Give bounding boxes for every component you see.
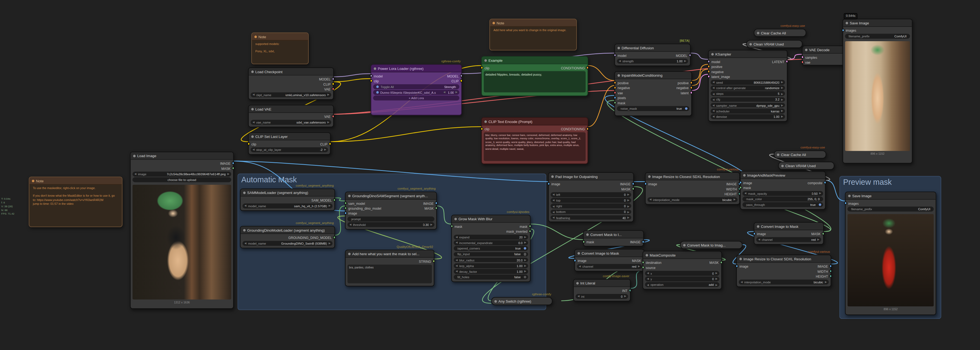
output-port-icon[interactable] — [333, 199, 336, 201]
pad-image-for-outpainting-widget-top[interactable]: ◀top0▶ — [550, 198, 631, 203]
mask-composite-in-source[interactable]: source — [644, 265, 662, 269]
power-lora-loader-out-MODEL[interactable]: MODEL — [447, 74, 460, 78]
output-port-icon[interactable] — [786, 60, 788, 63]
image-resize-sdxl-2-out-IMAGE[interactable]: IMAGE — [818, 264, 829, 268]
decrement-icon[interactable]: ◀ — [455, 235, 457, 239]
output-port-icon[interactable] — [829, 264, 832, 268]
output-port-icon[interactable] — [642, 241, 645, 243]
inpaint-model-conditioning-in-positive[interactable]: positive — [616, 81, 630, 85]
convert-image-to-mask-2-widget-channel[interactable]: ◀channelred▶ — [756, 237, 821, 242]
collapse-dot-icon[interactable] — [348, 195, 350, 197]
collapse-dot-icon[interactable] — [781, 165, 784, 167]
decrement-icon[interactable]: ◀ — [713, 109, 714, 113]
sam-model-loader-widget-model_name[interactable]: ◀model_namesam_hq_vit_h (2.57GB)▶ — [243, 203, 332, 208]
image-and-mask-preview-out-composite[interactable]: composite — [808, 181, 824, 185]
note-change-original[interactable]: NoteAdd here what you want to change in … — [490, 19, 577, 51]
grow-mask-with-blur-out-mask_inverted[interactable]: mask_inverted — [506, 229, 529, 233]
convert-image-to-mask-1-in-image[interactable]: image — [576, 258, 587, 263]
output-port-icon[interactable] — [586, 128, 589, 130]
input-port-icon[interactable] — [344, 207, 347, 209]
vae-decode-in-samples[interactable]: samples — [803, 55, 817, 59]
collapse-dot-icon[interactable] — [617, 74, 620, 76]
clean-vram-used-top[interactable]: Clean VRAM Used — [746, 40, 802, 48]
comfyui-canvas[interactable]: Automatic MaskPreview maskNotesupported … — [0, 0, 980, 350]
increment-icon[interactable]: ▶ — [455, 91, 457, 94]
increment-icon[interactable]: ▶ — [524, 235, 526, 239]
increment-icon[interactable]: ▶ — [627, 193, 629, 196]
decrement-icon[interactable]: ◀ — [745, 192, 746, 195]
input-port-icon[interactable] — [547, 182, 550, 185]
increment-icon[interactable]: ▶ — [733, 198, 735, 201]
output-port-icon[interactable] — [333, 236, 336, 239]
mask-composite-widget-y[interactable]: ◀y0▶ — [645, 277, 719, 281]
inpaint-model-conditioning-out-negative[interactable]: negative — [676, 86, 690, 90]
decrement-icon[interactable]: ◀ — [350, 223, 352, 226]
positive-prompt-in-clip[interactable]: clip — [483, 66, 490, 70]
ksampler-in-model[interactable]: model — [710, 59, 730, 64]
input-port-icon[interactable] — [707, 65, 710, 68]
decrement-icon[interactable]: ◀ — [647, 272, 649, 275]
convert-image-to-mask-1-out-MASK[interactable]: MASK — [632, 258, 643, 263]
decrement-icon[interactable]: ◀ — [647, 283, 649, 286]
collapse-dot-icon[interactable] — [348, 252, 350, 255]
inpaint-model-conditioning-in-negative[interactable]: negative — [616, 86, 630, 90]
positive-prompt-text-widget[interactable]: detailed Nipples, breasts, detailed puss… — [484, 71, 585, 92]
input-port-icon[interactable] — [644, 182, 647, 185]
ksampler-out-LATENT[interactable]: LATENT — [772, 59, 786, 64]
output-port-icon[interactable] — [329, 143, 332, 145]
input-port-icon[interactable] — [642, 266, 644, 269]
increment-icon[interactable]: ▶ — [716, 272, 718, 275]
input-port-icon[interactable] — [801, 56, 803, 59]
increment-icon[interactable]: ▶ — [781, 104, 783, 107]
increment-icon[interactable]: ▶ — [627, 199, 629, 202]
image-and-mask-preview-in-image[interactable]: image — [742, 181, 752, 185]
grow-mask-with-blur-widget-blur_radius[interactable]: ◀blur_radius20.0▶ — [453, 258, 528, 262]
increment-icon[interactable]: ▶ — [825, 280, 827, 283]
pad-image-for-outpainting[interactable]: Pad Image for OutpaintingimageIMAGEMASK◀… — [548, 172, 634, 222]
int-literal[interactable]: comfy-image-saverInt LiteralINT◀int0▶ — [573, 279, 630, 301]
mask-composite[interactable]: MaskCompositedestinationsourceMASK◀x0▶◀y… — [643, 251, 722, 290]
string-literal-mask-select[interactable]: QualityOfLifeSuit_Omar92Add here what yo… — [345, 250, 434, 286]
input-port-icon[interactable] — [707, 60, 710, 63]
grounding-dino-sam-segment-widget-prompt[interactable]: prompt — [348, 217, 434, 221]
toggle-icon[interactable] — [819, 203, 821, 206]
increment-icon[interactable]: ▶ — [781, 109, 783, 113]
output-port-icon[interactable] — [632, 182, 635, 185]
differential-diffusion-in-model[interactable]: model — [616, 53, 627, 57]
input-port-icon[interactable] — [344, 202, 347, 204]
grow-mask-with-blur-widget-decay_factor[interactable]: ◀decay_factor1.00▶ — [453, 269, 528, 274]
ksampler[interactable]: KSamplermodelpositivenegativelatent_imag… — [708, 50, 788, 121]
pad-image-for-outpainting-widget-left[interactable]: ◀left0▶ — [550, 192, 631, 197]
input-port-icon[interactable] — [707, 70, 710, 73]
output-port-icon[interactable] — [232, 167, 235, 169]
power-lora-loader-widget-button[interactable]: + Add Lora — [373, 96, 459, 100]
decrement-icon[interactable]: ◀ — [552, 216, 554, 219]
convert-image-to-mask-1[interactable]: Convert Image to MaskimageMASK◀channelre… — [574, 249, 644, 271]
input-port-icon[interactable] — [753, 233, 756, 235]
output-port-icon[interactable] — [332, 87, 334, 90]
input-port-icon[interactable] — [480, 128, 483, 130]
decrement-icon[interactable]: ◀ — [552, 193, 554, 196]
output-port-icon[interactable] — [435, 207, 438, 209]
save-image-mask[interactable]: Save Imageimagesfilename_prefixComfyUI89… — [845, 192, 936, 315]
string-literal-mask-select-text-widget[interactable]: bra, panties, clothes — [348, 264, 432, 283]
inpaint-model-conditioning-widget-noise_mask[interactable]: noise_masktrue — [617, 106, 689, 111]
output-port-icon[interactable] — [632, 187, 635, 190]
input-port-icon[interactable] — [582, 241, 585, 243]
power-lora-loader-in-model[interactable]: model — [372, 74, 383, 78]
input-port-icon[interactable] — [842, 29, 844, 32]
convert-mask-to-image-2[interactable]: Convert Mask to Imag... — [680, 241, 742, 249]
inpaint-model-conditioning-in-vae[interactable]: vae — [616, 90, 630, 95]
decrement-icon[interactable]: ◀ — [552, 204, 554, 208]
collapse-dot-icon[interactable] — [484, 59, 487, 62]
input-port-icon[interactable] — [844, 202, 847, 204]
decrement-icon[interactable]: ◀ — [758, 238, 760, 241]
int-literal-out-INT[interactable]: INT — [622, 288, 628, 293]
clear-cache-all-2[interactable]: comfyui-easy-useClear Cache All — [774, 150, 826, 158]
input-port-icon[interactable] — [370, 79, 372, 82]
grounding-dino-sam-segment-out-IMAGE[interactable]: IMAGE — [423, 201, 435, 205]
grounding-dino-model-loader[interactable]: comfyui_segment_anythingGroundingDinoMod… — [240, 226, 335, 248]
decrement-icon[interactable]: ◀ — [578, 295, 579, 298]
grounding-dino-model-loader-out-GROUNDING_DINO_MODEL[interactable]: GROUNDING_DINO_MODEL — [288, 235, 333, 239]
decrement-icon[interactable]: ◀ — [741, 280, 743, 283]
